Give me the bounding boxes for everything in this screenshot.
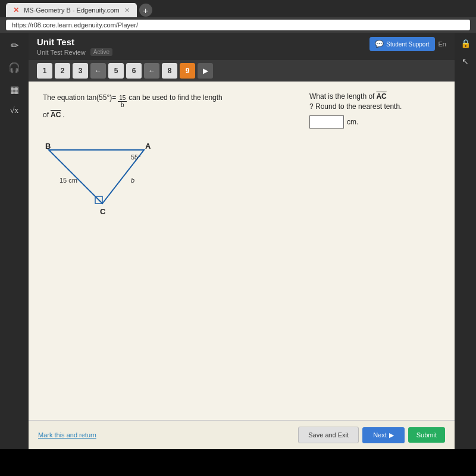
tab-title: MS-Geometry B - Edgenuity.com bbox=[24, 7, 120, 14]
left-sidebar: ✏ 🎧 ▦ √x bbox=[0, 33, 29, 449]
pencil-icon[interactable]: ✏ bbox=[11, 40, 18, 51]
question-text-row: The equation tan(55°)= 15 b can be used … bbox=[43, 92, 257, 108]
enrich-label: En bbox=[439, 40, 446, 48]
tab-close-icon[interactable]: ✕ bbox=[124, 7, 130, 14]
q-btn-back2[interactable]: ← bbox=[144, 63, 159, 79]
q-btn-next-arrow[interactable]: ▶ bbox=[198, 63, 213, 79]
right-q-text1: What is the length of bbox=[309, 92, 374, 101]
svg-text:A: A bbox=[145, 142, 151, 151]
next-arrow-icon: ▶ bbox=[389, 431, 394, 439]
q-btn-2[interactable]: 2 bbox=[55, 63, 70, 79]
address-bar-row: https://r08.core.learn.edgenuity.com/Pla… bbox=[0, 17, 476, 33]
save-exit-button[interactable]: Save and Exit bbox=[298, 427, 359, 443]
mark-return-link[interactable]: Mark this and return bbox=[38, 431, 96, 439]
q-btn-3[interactable]: 3 bbox=[73, 63, 88, 79]
q-btn-9[interactable]: 9 bbox=[180, 63, 195, 79]
ac-overline: AC bbox=[51, 111, 61, 119]
sqrt-icon[interactable]: √x bbox=[10, 106, 19, 115]
bottom-buttons: Save and Exit Next ▶ Submit bbox=[298, 427, 445, 443]
answer-input[interactable] bbox=[309, 115, 344, 129]
svg-text:15 cm: 15 cm bbox=[60, 177, 77, 184]
q-btn-8[interactable]: 8 bbox=[162, 63, 177, 79]
tab-bar: ✕ MS-Geometry B - Edgenuity.com ✕ + bbox=[6, 3, 470, 17]
diagram-area: B A C 55° 15 cm b bbox=[43, 126, 186, 215]
next-button[interactable]: Next ▶ bbox=[362, 427, 405, 443]
lock-icon[interactable]: 🔒 bbox=[461, 39, 471, 48]
right-q-text2: ? Round to the nearest tenth. bbox=[309, 102, 402, 111]
bottom-bar: Mark this and return Save and Exit Next … bbox=[29, 420, 455, 449]
right-question-panel: What is the length of AC ? Round to the … bbox=[309, 92, 440, 129]
right-ac-overline: AC bbox=[376, 92, 386, 101]
triangle-svg: B A C 55° 15 cm b bbox=[43, 126, 186, 215]
cursor-icon[interactable]: ↖ bbox=[462, 57, 469, 66]
address-bar[interactable]: https://r08.core.learn.edgenuity.com/Pla… bbox=[6, 20, 470, 30]
page-header: Unit Test Unit Test Review Active 💬 Stud… bbox=[29, 33, 455, 60]
svg-text:C: C bbox=[100, 207, 106, 215]
student-support-button[interactable]: 💬 Student Support bbox=[369, 37, 434, 51]
right-sidebar: 🔒 ↖ bbox=[455, 33, 476, 449]
svg-text:55°: 55° bbox=[131, 154, 141, 161]
page-title: Unit Test bbox=[37, 37, 112, 47]
next-label: Next bbox=[373, 431, 387, 439]
headphones-icon[interactable]: 🎧 bbox=[8, 62, 20, 73]
tab-favicon: ✕ bbox=[13, 6, 19, 14]
new-tab-button[interactable]: + bbox=[139, 4, 152, 17]
question-area: The equation tan(55°)= 15 b can be used … bbox=[29, 82, 455, 420]
q-btn-5[interactable]: 5 bbox=[108, 63, 124, 79]
calculator-icon[interactable]: ▦ bbox=[10, 84, 19, 95]
submit-button[interactable]: Submit bbox=[408, 427, 445, 443]
subtitle: Unit Test Review bbox=[37, 49, 86, 56]
q-btn-6[interactable]: 6 bbox=[126, 63, 142, 79]
answer-input-row: cm. bbox=[309, 115, 440, 129]
browser-chrome: ✕ MS-Geometry B - Edgenuity.com ✕ + bbox=[0, 0, 476, 17]
active-tab[interactable]: ✕ MS-Geometry B - Edgenuity.com ✕ bbox=[6, 3, 137, 17]
question-part2: can be used to find the length bbox=[129, 92, 222, 104]
question-nav: 1 2 3 ← 5 6 ← 8 9 ▶ bbox=[29, 60, 455, 82]
fraction: 15 b bbox=[118, 95, 127, 108]
q-btn-back1[interactable]: ← bbox=[90, 63, 106, 79]
svg-text:B: B bbox=[45, 142, 51, 151]
q-btn-1[interactable]: 1 bbox=[37, 63, 52, 79]
support-chat-icon: 💬 bbox=[375, 40, 384, 48]
of-label: of bbox=[43, 111, 49, 119]
fraction-numerator: 15 bbox=[118, 95, 127, 102]
question-part1: The equation tan(55°)= bbox=[43, 92, 116, 104]
content-area: Unit Test Unit Test Review Active 💬 Stud… bbox=[29, 33, 455, 449]
fraction-denominator: b bbox=[120, 102, 126, 108]
svg-text:b: b bbox=[131, 177, 134, 184]
active-badge: Active bbox=[90, 48, 112, 56]
cm-label: cm. bbox=[347, 118, 358, 126]
